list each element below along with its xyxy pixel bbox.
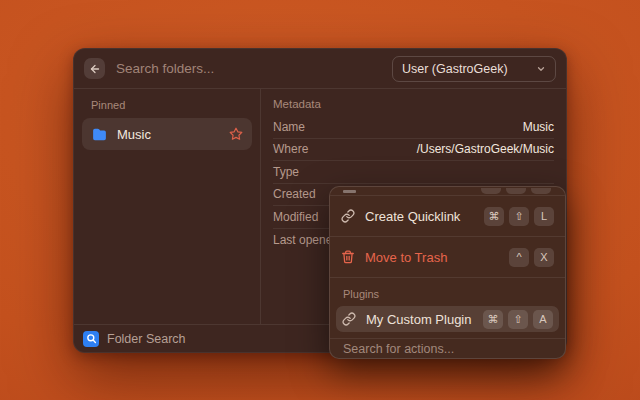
folder-search-app-icon (83, 331, 99, 347)
plugins-section-label: Plugins (330, 278, 565, 306)
user-dropdown-value: User (GastroGeek) (402, 62, 530, 76)
folder-icon (91, 126, 108, 143)
menu-item-move-to-trash[interactable]: Move to Trash ^ X (330, 237, 565, 277)
search-icon (86, 333, 97, 344)
keycap: ⇧ (509, 207, 529, 226)
keycap: ⌘ (483, 310, 503, 329)
metadata-row-type: Type (273, 161, 554, 184)
clipped-menu-item[interactable] (330, 187, 565, 195)
keycap: ^ (509, 248, 529, 267)
arrow-left-icon (89, 63, 101, 75)
sidebar-item-label: Music (117, 127, 151, 142)
star-icon (229, 127, 243, 141)
link-icon (341, 209, 355, 223)
results-sidebar: Pinned Music (74, 89, 261, 324)
search-input[interactable] (116, 61, 381, 76)
menu-item-my-custom-plugin[interactable]: My Custom Plugin ⌘ ⇧ A (336, 306, 559, 332)
clipped-keycap (531, 188, 551, 194)
actions-menu: Create Quicklink ⌘ ⇧ L Move to Trash ^ X… (329, 186, 566, 359)
keycap: L (534, 207, 554, 226)
keycap: ⇧ (508, 310, 528, 329)
app-name: Folder Search (107, 332, 361, 346)
trash-icon (341, 250, 355, 264)
user-dropdown[interactable]: User (GastroGeek) (392, 56, 556, 82)
clipped-keycap (506, 188, 526, 194)
pinned-section-label: Pinned (82, 97, 252, 118)
main-body: Pinned Music Metadata Name Music Where /… (74, 89, 566, 324)
back-button[interactable] (84, 58, 105, 79)
chevron-down-icon (536, 64, 546, 74)
metadata-row-name: Name Music (273, 116, 554, 139)
metadata-title: Metadata (273, 94, 554, 116)
menu-item-create-quicklink[interactable]: Create Quicklink ⌘ ⇧ L (330, 196, 565, 236)
clipped-keycap (481, 188, 501, 194)
keycap: A (533, 310, 553, 329)
sidebar-item-music[interactable]: Music (82, 118, 252, 150)
link-icon (342, 312, 356, 326)
keycap: ⌘ (484, 207, 504, 226)
keycap: X (534, 248, 554, 267)
metadata-row-where: Where /Users/GastroGeek/Music (273, 139, 554, 162)
top-bar: User (GastroGeek) (74, 49, 566, 89)
clipped-icon-fragment (343, 190, 356, 193)
launcher-window: User (GastroGeek) Pinned Music Metadata … (73, 48, 567, 353)
actions-search-input[interactable] (343, 342, 552, 356)
